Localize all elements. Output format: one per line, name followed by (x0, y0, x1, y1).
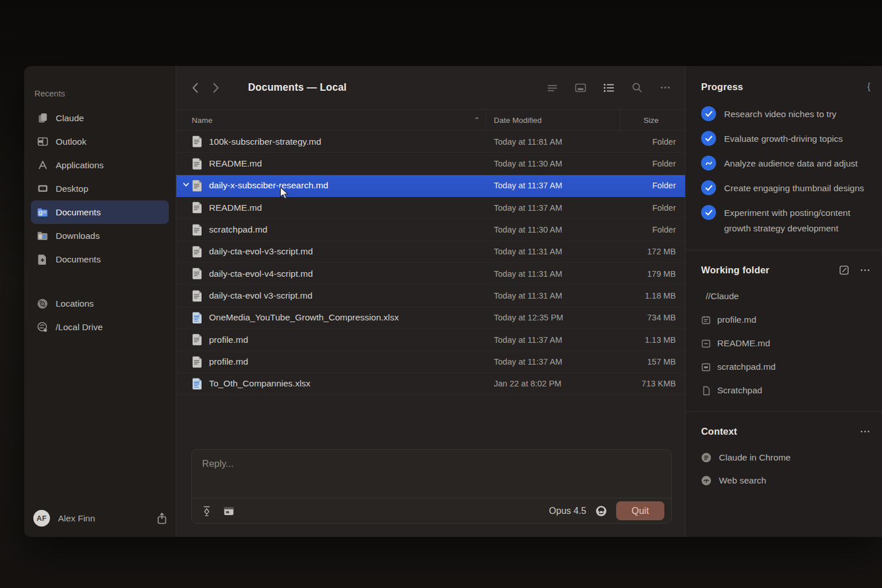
table-row[interactable]: README.mdToday at 11:37 AMFolder (176, 197, 685, 219)
square-dash-icon (701, 362, 711, 372)
column-header-date[interactable]: Date Modified (486, 110, 620, 130)
search-icon[interactable] (630, 82, 643, 94)
table-row[interactable]: daily-cta-evol-v4-script.mdToday at 11:3… (176, 263, 685, 285)
reply-right-group: Opus 4.5 Quit (549, 501, 664, 520)
table-row[interactable]: daily-cta-evol v3-script.mdToday at 11:3… (176, 285, 685, 307)
toolbar: Documents — Local (176, 66, 685, 109)
spreadsheet-file-icon (192, 312, 203, 324)
file-name-cell: README.md (176, 158, 486, 170)
sidebar-item-label: Desktop (56, 184, 88, 194)
working-folder-header: Working folder (701, 264, 871, 276)
table-row[interactable]: README.mdToday at 11:30 AMFolder (176, 153, 685, 175)
working-folder-label: profile.md (717, 315, 756, 325)
check-circle-icon (701, 106, 716, 121)
table-row[interactable]: daily-x-subsciber-research.mdToday at 11… (176, 175, 685, 197)
in-progress-icon (701, 156, 716, 171)
file-date: Today at 11:37 AM (486, 335, 620, 345)
doc-plus-icon (37, 254, 48, 265)
file-size: 713 KMB (620, 379, 685, 388)
table-row[interactable]: To_Oth_Compannies.xlsxJan 22 at 8:02 PM7… (176, 373, 685, 395)
more-icon[interactable] (659, 82, 671, 94)
file-name-cell: daily-cta-evol-v4-script.md (176, 268, 486, 280)
file-name-cell: scratchpad.md (176, 224, 486, 236)
main-pane: Documents — Local Name ⌃ Date Modified S… (176, 66, 685, 537)
list-view-icon[interactable] (546, 82, 559, 94)
eject-icon[interactable] (201, 505, 212, 517)
file-name: profile.md (209, 357, 248, 367)
sidebar-item-label: Documents (56, 207, 100, 218)
file-name: 100k-subscriber-strategy.md (209, 137, 321, 147)
working-folder-label: README.md (717, 338, 770, 349)
folder-downloads-icon (37, 230, 48, 242)
detail-list-icon[interactable] (602, 82, 615, 94)
table-row[interactable]: 100k-subscriber-strategy.mdToday at 11:8… (176, 131, 685, 153)
table-row[interactable]: daily-cta-evol-v3-script.mdToday at 11:3… (176, 241, 685, 263)
sidebar-item-locations[interactable]: Locations (31, 292, 169, 315)
panel-divider (686, 411, 882, 412)
clipboard-doc-icon (701, 315, 711, 325)
column-header-name[interactable]: Name ⌃ (176, 110, 486, 130)
progress-label: Analyze audience data and adjust (724, 156, 858, 171)
more-icon[interactable] (859, 425, 871, 437)
markdown-file-icon (192, 158, 203, 170)
progress-header: Progress { (701, 81, 871, 92)
context-item[interactable]: Claude in Chrome (701, 451, 871, 465)
clipboard-icon (37, 113, 48, 124)
context-label: Web search (719, 475, 766, 486)
desktop-icon (37, 183, 48, 195)
file-size: 179 MB (620, 269, 685, 278)
forward-icon[interactable] (212, 82, 220, 94)
context-item[interactable]: Web search (701, 474, 871, 488)
working-folder-item[interactable]: scratchpad.md (701, 360, 871, 374)
back-icon[interactable] (192, 82, 200, 94)
model-label[interactable]: Opus 4.5 (549, 506, 586, 516)
sidebar-item-downloads[interactable]: Downloads (31, 224, 169, 247)
file-name: README.md (209, 203, 262, 213)
column-header-size[interactable]: Size (620, 116, 685, 125)
sidebar-item-outlook[interactable]: Outlook (31, 130, 169, 153)
file-date: Today at 11:30 AM (486, 159, 620, 168)
sidebar-item-documents[interactable]: Documents (31, 200, 169, 224)
sidebar-item-applications[interactable]: Applications (31, 153, 169, 177)
panel-divider (686, 250, 882, 250)
share-icon[interactable] (156, 512, 168, 525)
check-circle-icon (701, 205, 716, 220)
window-frame-icon[interactable] (223, 505, 234, 517)
gallery-view-icon[interactable] (574, 82, 587, 94)
progress-label: Create engaging thumbnail designs (724, 180, 864, 196)
sidebar-item-label: Outlook (56, 137, 86, 147)
nav-buttons (192, 82, 220, 94)
edit-icon[interactable] (838, 264, 850, 276)
file-size: Folder (620, 159, 685, 168)
progress-item: Create engaging thumbnail designs (701, 180, 871, 196)
face-icon[interactable] (595, 505, 607, 517)
finder-window: Recents ClaudeOutlookApplicationsDesktop… (24, 66, 882, 537)
more-icon[interactable] (859, 264, 871, 276)
file-name-cell: OneMedia_YouTube_Growth_Compression.xlsx (176, 312, 486, 324)
working-folder-item[interactable]: Scratchpad (701, 384, 871, 397)
sidebar-item-local-drive[interactable]: /Local Drive (31, 315, 169, 339)
sidebar-item-claude[interactable]: Claude (31, 106, 169, 130)
working-folder-item[interactable]: profile.md (701, 313, 871, 327)
quit-button[interactable]: Quit (616, 501, 664, 520)
page-title: Documents — Local (248, 82, 347, 94)
markdown-file-icon (192, 202, 203, 214)
reply-input[interactable] (192, 450, 671, 498)
table-row[interactable]: profile.mdToday at 11:37 AM1.13 MB (176, 329, 685, 351)
markdown-file-icon (192, 136, 203, 148)
folder-documents-icon (37, 207, 48, 218)
working-folder-label: Scratchpad (717, 385, 762, 396)
sidebar-item-documents[interactable]: Documents (31, 247, 169, 271)
sidebar-item-desktop[interactable]: Desktop (31, 177, 169, 200)
file-date: Today at 11:31 AM (486, 291, 620, 300)
table-row[interactable]: scratchpad.mdToday at 11:30 AMFolder (176, 219, 685, 241)
table-row[interactable]: profile.mdToday at 11:37 AM157 MB (176, 351, 685, 373)
file-size: 157 MB (620, 357, 685, 366)
square-minus-icon (701, 339, 711, 349)
file-date: Today at 11:81 AM (486, 137, 620, 146)
working-folder-item[interactable]: //Claude (701, 289, 871, 303)
column-headers: Name ⌃ Date Modified Size (176, 109, 685, 131)
working-folder-item[interactable]: README.md (701, 336, 871, 350)
working-folder-label: scratchpad.md (717, 362, 776, 372)
table-row[interactable]: OneMedia_YouTube_Growth_Compression.xlsx… (176, 307, 685, 329)
